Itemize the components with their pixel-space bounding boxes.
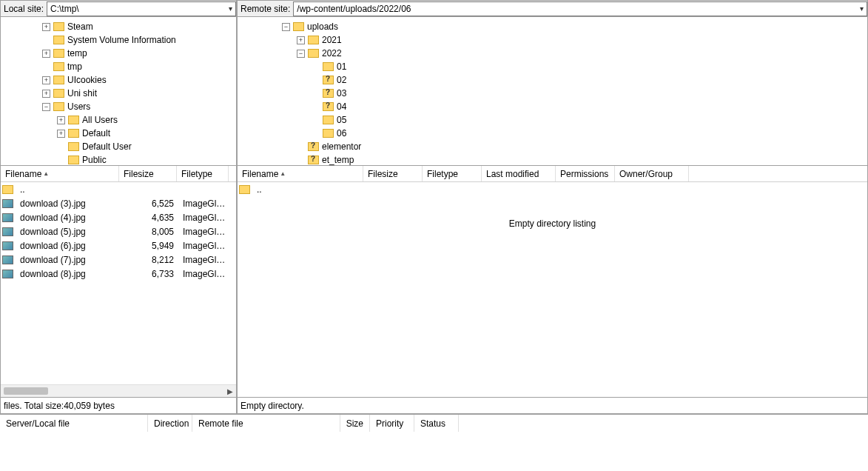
file-size: 6,733 bbox=[121, 269, 178, 279]
tree-item[interactable]: 06 bbox=[238, 127, 867, 140]
collapse-icon[interactable]: − bbox=[282, 23, 290, 31]
tree-item-label: 03 bbox=[337, 88, 346, 98]
tree-item[interactable]: +Default bbox=[1, 127, 236, 140]
file-row[interactable]: download (7).jpg8,212ImageGlass bbox=[1, 253, 236, 267]
col-filetype[interactable]: Filetype bbox=[423, 166, 482, 181]
file-name: download (3).jpg bbox=[16, 198, 121, 209]
expand-icon[interactable]: + bbox=[42, 90, 50, 98]
folder-icon bbox=[68, 156, 79, 164]
tree-item-label: Steam bbox=[67, 21, 93, 32]
tree-item[interactable]: Public bbox=[1, 153, 236, 165]
scroll-right-icon[interactable]: ▶ bbox=[227, 387, 233, 395]
tree-spacer bbox=[312, 103, 320, 111]
tree-item[interactable]: −uploads bbox=[238, 20, 867, 33]
tree-item-label: Default User bbox=[82, 141, 132, 152]
col-ownergroup[interactable]: Owner/Group bbox=[615, 166, 689, 181]
tree-item[interactable]: 02 bbox=[238, 73, 867, 87]
collapse-icon[interactable]: − bbox=[42, 103, 50, 111]
folder-unknown-icon bbox=[308, 142, 319, 151]
expand-icon[interactable]: + bbox=[42, 23, 50, 31]
file-row[interactable]: download (4).jpg4,635ImageGlass bbox=[1, 210, 236, 224]
folder-icon bbox=[53, 36, 64, 44]
tree-spacer bbox=[312, 116, 320, 124]
remote-tree[interactable]: −uploads+2021−2022010203040506elementore… bbox=[238, 17, 867, 165]
tree-item[interactable]: elementor bbox=[238, 140, 867, 153]
local-file-header: Filename▲ Filesize Filetype bbox=[1, 166, 236, 182]
col-remotefile[interactable]: Remote file bbox=[192, 415, 340, 432]
col-filename[interactable]: Filename▲ bbox=[1, 166, 119, 181]
col-filename[interactable]: Filename▲ bbox=[238, 166, 363, 181]
tree-spacer bbox=[312, 90, 320, 98]
expand-icon[interactable]: + bbox=[42, 76, 50, 84]
col-filesize[interactable]: Filesize bbox=[363, 166, 423, 181]
parent-dir-row[interactable]: .. bbox=[238, 182, 867, 196]
local-hscrollbar[interactable]: ▶ bbox=[1, 384, 236, 397]
file-type: ImageGlass bbox=[178, 227, 230, 237]
remote-path-input[interactable]: /wp-content/uploads/2022/06 ▾ bbox=[293, 1, 867, 16]
tree-item[interactable]: 03 bbox=[238, 87, 867, 100]
folder-icon bbox=[308, 49, 319, 58]
tree-item[interactable]: et_temp bbox=[238, 153, 867, 165]
local-site-label: Local site: bbox=[1, 4, 47, 14]
remote-status: Empty directory. bbox=[238, 397, 867, 413]
tree-item[interactable]: −2022 bbox=[238, 47, 867, 60]
file-row[interactable]: download (8).jpg6,733ImageGlass bbox=[1, 267, 236, 281]
tree-item[interactable]: +All Users bbox=[1, 113, 236, 127]
expand-icon[interactable]: + bbox=[297, 36, 305, 44]
file-type: ImageGlass bbox=[178, 269, 230, 279]
tree-item[interactable]: System Volume Information bbox=[1, 33, 236, 47]
folder-icon bbox=[308, 36, 319, 44]
image-file-icon bbox=[2, 241, 13, 250]
tree-item[interactable]: 01 bbox=[238, 60, 867, 73]
expand-icon[interactable]: + bbox=[57, 116, 65, 124]
file-size: 4,635 bbox=[121, 213, 178, 223]
tree-item[interactable]: +temp bbox=[1, 47, 236, 60]
col-filetype[interactable]: Filetype bbox=[177, 166, 229, 181]
scrollbar-thumb[interactable] bbox=[4, 387, 48, 395]
tree-item[interactable]: +Uni shit bbox=[1, 87, 236, 100]
col-direction[interactable]: Direction bbox=[148, 415, 192, 432]
col-priority[interactable]: Priority bbox=[370, 415, 414, 432]
file-row[interactable]: download (6).jpg5,949ImageGlass bbox=[1, 238, 236, 253]
col-lastmodified[interactable]: Last modified bbox=[482, 166, 556, 181]
tree-item-label: Users bbox=[67, 101, 90, 112]
tree-item[interactable]: +2021 bbox=[238, 33, 867, 47]
image-file-icon bbox=[2, 213, 13, 222]
expand-icon[interactable]: + bbox=[42, 50, 50, 58]
tree-spacer bbox=[42, 36, 50, 44]
remote-file-list[interactable]: .. Empty directory listing bbox=[238, 182, 867, 397]
tree-item[interactable]: tmp bbox=[1, 60, 236, 73]
file-type: ImageGlass bbox=[178, 255, 230, 265]
folder-unknown-icon bbox=[308, 156, 319, 164]
tree-item[interactable]: 04 bbox=[238, 100, 867, 113]
col-permissions[interactable]: Permissions bbox=[556, 166, 615, 181]
col-serverfile[interactable]: Server/Local file bbox=[0, 415, 148, 432]
col-size[interactable]: Size bbox=[340, 415, 370, 432]
tree-item[interactable]: +UIcookies bbox=[1, 73, 236, 87]
folder-icon bbox=[323, 116, 334, 124]
col-filesize[interactable]: Filesize bbox=[119, 166, 177, 181]
col-status[interactable]: Status bbox=[414, 415, 459, 432]
tree-item-label: 2021 bbox=[322, 35, 342, 45]
expand-icon[interactable]: + bbox=[57, 130, 65, 138]
tree-item[interactable]: 05 bbox=[238, 113, 867, 127]
local-file-list[interactable]: ..download (3).jpg6,525ImageGlassdownloa… bbox=[1, 182, 236, 384]
chevron-down-icon[interactable]: ▾ bbox=[860, 4, 864, 13]
remote-site-label: Remote site: bbox=[238, 4, 293, 14]
tree-item[interactable]: Default User bbox=[1, 140, 236, 153]
file-type: ImageGlass bbox=[178, 241, 230, 251]
chevron-down-icon[interactable]: ▾ bbox=[229, 4, 232, 13]
collapse-icon[interactable]: − bbox=[297, 50, 305, 58]
local-path-input[interactable]: C:\tmp\ ▾ bbox=[47, 1, 236, 16]
tree-item[interactable]: −Users bbox=[1, 100, 236, 113]
file-name: download (7).jpg bbox=[16, 255, 121, 265]
image-file-icon bbox=[2, 270, 13, 278]
local-pathbar: Local site: C:\tmp\ ▾ bbox=[1, 1, 236, 17]
local-tree[interactable]: +SteamSystem Volume Information+temptmp+… bbox=[1, 17, 236, 165]
file-row[interactable]: download (5).jpg8,005ImageGlass bbox=[1, 224, 236, 238]
folder-icon bbox=[323, 62, 334, 71]
tree-item[interactable]: +Steam bbox=[1, 20, 236, 33]
tree-item-label: Uni shit bbox=[67, 88, 97, 98]
file-row[interactable]: .. bbox=[1, 182, 236, 196]
file-row[interactable]: download (3).jpg6,525ImageGlass bbox=[1, 196, 236, 210]
